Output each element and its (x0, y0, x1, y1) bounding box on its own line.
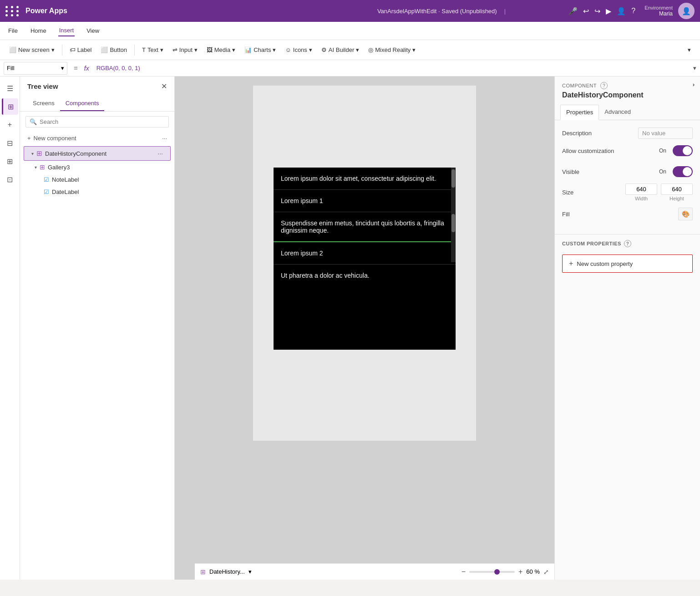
menu-home[interactable]: Home (30, 25, 47, 36)
side-menu-icon[interactable]: ☰ (2, 80, 18, 97)
user-add-icon[interactable]: 👤 (617, 7, 626, 15)
play-icon[interactable]: ▶ (606, 7, 611, 15)
new-screen-chevron-icon: ▾ (51, 46, 55, 53)
tree-item-notelabel[interactable]: ☑ NoteLabel (20, 173, 174, 186)
new-custom-property-button[interactable]: + New custom property (562, 255, 693, 273)
help-icon[interactable]: ? (631, 7, 635, 15)
charts-chevron-icon: ▾ (273, 46, 276, 53)
tab-components[interactable]: Components (60, 96, 105, 111)
allow-customization-toggle[interactable] (673, 145, 693, 156)
topbar-actions: 🎤 ↩ ↪ ▶ 👤 ? (568, 7, 635, 15)
tree-panel: Tree view ✕ Screens Components 🔍 + New c… (20, 76, 175, 580)
tree-item-gallery3[interactable]: ▾ ⊞ Gallery3 (20, 161, 174, 173)
formula-input[interactable]: RGBA(0, 0, 0, 1) (93, 65, 690, 71)
charts-button[interactable]: 📊 Charts ▾ (241, 45, 279, 55)
allow-on-label: On (659, 148, 666, 154)
tree-header: Tree view ✕ (20, 76, 174, 96)
search-icon: 🔍 (30, 118, 37, 125)
menu-view[interactable]: View (86, 25, 100, 36)
fx-label: fx (84, 65, 89, 72)
more-button[interactable]: ▾ (684, 45, 695, 55)
media-chevron-icon: ▾ (232, 46, 235, 53)
menu-file[interactable]: File (7, 25, 19, 36)
width-input[interactable] (625, 183, 657, 195)
visible-toggle[interactable] (673, 166, 693, 177)
apps-grid-icon[interactable] (5, 6, 20, 16)
custom-properties-header: CUSTOM PROPERTIES ? (555, 234, 700, 251)
tree-item-datelabel[interactable]: ☑ DateLabel (20, 186, 174, 198)
menubar: File Home Insert View (0, 22, 700, 40)
size-inputs: Width Height (625, 183, 693, 201)
fill-preview[interactable]: 🎨 (678, 208, 693, 220)
fill-field: Fill 🎨 (562, 208, 693, 220)
item-more-icon[interactable]: ··· (157, 150, 163, 157)
new-screen-button[interactable]: ⬜ New screen ▾ (5, 45, 58, 55)
height-label: Height (670, 196, 684, 201)
input-button[interactable]: ⇌ Input ▾ (169, 45, 201, 55)
text-chevron-icon: ▾ (160, 46, 163, 53)
tree-close-icon[interactable]: ✕ (161, 82, 167, 91)
zoom-minus-icon[interactable]: − (462, 568, 466, 576)
redo-icon[interactable]: ↪ (594, 7, 600, 15)
new-component-more-icon[interactable]: ··· (162, 135, 167, 142)
mic-icon[interactable]: 🎤 (568, 7, 578, 15)
zoom-slider[interactable] (469, 571, 515, 573)
menu-insert[interactable]: Insert (58, 25, 75, 36)
tab-properties[interactable]: Properties (560, 105, 599, 120)
height-input[interactable] (661, 183, 693, 195)
formula-expand-icon[interactable]: ▾ (693, 65, 696, 71)
icons-icon: ☺ (285, 46, 291, 53)
property-dropdown[interactable]: Fill ▾ (4, 62, 67, 75)
screen-chevron-icon[interactable]: ▾ (249, 568, 252, 575)
description-field: Description No value (562, 127, 693, 139)
label-icon-date: ☑ (44, 188, 49, 195)
chevron-down-icon: ▾ (31, 151, 34, 156)
custom-props-help-icon[interactable]: ? (624, 240, 631, 247)
label-icon-note: ☑ (44, 176, 49, 183)
icons-button[interactable]: ☺ Icons ▾ (281, 45, 315, 55)
search-input[interactable] (40, 118, 165, 125)
doc-status: VanArsdelAppWithEdit · Saved (Unpublishe… (318, 8, 569, 15)
new-component-button[interactable]: + New component ··· (20, 132, 174, 144)
formulabar: Fill ▾ = fx RGBA(0, 0, 0, 1) ▾ (0, 60, 700, 76)
tab-screens[interactable]: Screens (27, 96, 60, 111)
input-icon: ⇌ (172, 46, 178, 53)
component-help-icon[interactable]: ? (600, 82, 608, 89)
charts-icon: 📊 (244, 46, 252, 53)
side-variables-icon[interactable]: ⊞ (2, 153, 18, 169)
description-value[interactable]: No value (638, 127, 693, 139)
height-field: Height (661, 183, 693, 201)
screen-grid-icon: ⊞ (200, 568, 206, 576)
canvas-row-1: Lorem ipsum 1 (274, 190, 456, 212)
component-name: DateHistoryComponent (45, 150, 107, 157)
mixed-reality-button[interactable]: ◎ Mixed Reality ▾ (365, 45, 419, 55)
right-panel-expand-icon[interactable]: › (693, 81, 695, 88)
undo-icon[interactable]: ↩ (583, 7, 589, 15)
size-field: Size Width Height (562, 183, 693, 201)
zoom-plus-icon[interactable]: + (518, 568, 522, 576)
media-button[interactable]: 🖼 Media ▾ (203, 45, 239, 55)
side-tree-icon[interactable]: ⊞ (2, 98, 18, 115)
more-chevron-icon: ▾ (688, 46, 691, 53)
side-data-icon[interactable]: ⊟ (2, 135, 18, 151)
button-button[interactable]: ⬜ Button (97, 45, 131, 55)
component-title: DateHistoryComponent (555, 91, 700, 105)
zoom-controls: − + 60 % ⤢ (462, 568, 549, 576)
environment-info: Environment Maria (644, 5, 673, 17)
dropdown-chevron-icon: ▾ (61, 65, 64, 71)
tree-title: Tree view (27, 82, 58, 90)
side-icons: ☰ ⊞ + ⊟ ⊞ ⊡ (0, 76, 20, 580)
label-button[interactable]: 🏷 Label (66, 45, 96, 55)
user-avatar[interactable]: 👤 (678, 3, 695, 19)
side-add-icon[interactable]: + (2, 117, 18, 133)
canvas-app: Lorem ipsum dolor sit amet, consectetur … (274, 168, 456, 350)
ai-builder-button[interactable]: ⚙ AI Builder ▾ (318, 45, 363, 55)
side-media-icon[interactable]: ⊡ (2, 171, 18, 188)
text-button[interactable]: T Text ▾ (138, 45, 167, 55)
toolbar: ⬜ New screen ▾ 🏷 Label ⬜ Button T Text ▾… (0, 40, 700, 60)
new-component-plus-icon: + (27, 135, 31, 142)
zoom-expand-icon[interactable]: ⤢ (543, 568, 549, 576)
fill-icon: 🎨 (682, 210, 690, 218)
tree-item-datehistorycomponent[interactable]: ▾ ⊞ DateHistoryComponent ··· (24, 146, 171, 161)
tab-advanced[interactable]: Advanced (599, 105, 636, 120)
